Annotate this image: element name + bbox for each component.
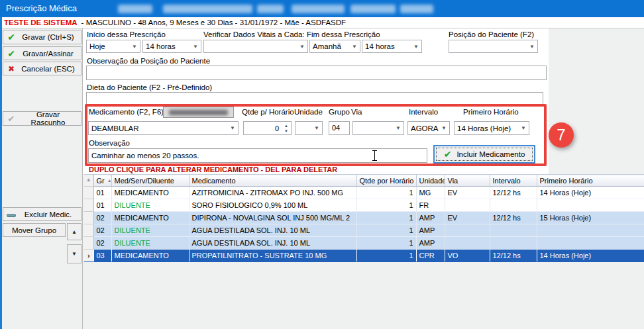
vitais-combobox[interactable]: ▼	[203, 40, 308, 53]
chevron-down-icon: ▼	[527, 44, 537, 50]
gravar-rascunho-button[interactable]: ✔ Gravar Rascunho	[3, 111, 81, 126]
window-left-border	[0, 17, 2, 329]
gravar-button[interactable]: ✔ Gravar (Ctrl+S)	[3, 30, 81, 44]
table-row[interactable]: 02 DILUENTE AGUA DESTILADA SOL. INJ. 10 …	[84, 237, 644, 250]
sort-asc-icon: ▲	[107, 178, 111, 183]
chevron-down-icon: ▼	[439, 125, 449, 131]
grupo-input[interactable]: 04	[329, 121, 350, 135]
via-label: Via	[351, 108, 362, 116]
up-arrow-icon: ▲	[72, 229, 77, 235]
window-title: Prescrição Médica	[6, 3, 77, 13]
patient-name: TESTE DE SISTEMA	[4, 19, 78, 26]
medicamento-combobox[interactable]: DEAMBULAR▼	[88, 121, 239, 135]
col-header-qtde[interactable]: Qtde por Horário	[356, 175, 416, 187]
chevron-down-icon: ▼	[227, 125, 238, 131]
intervalo-combobox[interactable]: AGORA▼	[407, 121, 450, 135]
selected-row-indicator: ›	[84, 250, 93, 262]
medicamento-label: Medicamento (F2, F6)	[89, 108, 164, 116]
excluir-medicamento-button[interactable]: Excluir Medic.	[3, 207, 81, 221]
row-indicator-header: ✳	[84, 175, 93, 187]
check-icon: ✔	[444, 149, 452, 160]
fim-time-combobox[interactable]: 14 horas▼	[362, 40, 422, 53]
table-row[interactable]: 02 MEDICAMENTO DIPIRONA - NOVALGINA SOL …	[84, 212, 644, 224]
primeiro-horario-label: Primeiro Horário	[463, 108, 519, 116]
vitais-label: Verificar Dados Vitais a Cada:	[203, 30, 305, 38]
chevron-down-icon: ▼	[518, 125, 529, 131]
medication-grid: ✳ Gr▲ Med/Serv/Diluente Medicamento Qtde…	[84, 174, 644, 262]
chevron-down-icon: ▼	[349, 44, 360, 50]
spinner-arrows-icon[interactable]: ▲▼	[282, 124, 291, 133]
chevron-down-icon: ▼	[393, 125, 403, 131]
via-combobox[interactable]: ▼	[352, 121, 404, 135]
annotation-badge-7: 7	[549, 122, 574, 148]
primeiro-horario-combobox[interactable]: 14 Horas (Hoje)▼	[454, 121, 529, 135]
obs-posicao-label: Observação da Posição do Paciente	[87, 57, 210, 65]
cancelar-label: Cancelar (ESC)	[19, 65, 81, 73]
col-header-primeiro[interactable]: Primeiro Horário	[537, 175, 644, 187]
title-bar: Prescrição Médica	[0, 0, 644, 17]
incluir-label: Incluir Medicamento	[456, 150, 525, 158]
patient-details: - MASCULINO - 48 Anos, 9 Meses e 30 Dias…	[81, 19, 346, 26]
inicio-time-combobox[interactable]: 14 horas▼	[142, 40, 201, 53]
fim-label: Fim dessa Prescrição	[307, 30, 380, 38]
obs-posicao-input[interactable]	[86, 66, 547, 80]
table-row[interactable]: 01 DILUENTE SORO FISIOLOGICO 0,9% 100 ML…	[84, 199, 644, 212]
col-header-tipo[interactable]: Med/Serv/Diluente	[111, 175, 189, 187]
redacted-text	[292, 5, 345, 13]
down-arrow-icon: ▼	[72, 251, 77, 257]
chevron-down-icon: ▼	[297, 44, 307, 50]
mover-grupo-label: Mover Grupo	[3, 226, 65, 234]
patient-header: TESTE DE SISTEMA - MASCULINO - 48 Anos, …	[0, 17, 644, 28]
redacted-text	[257, 5, 284, 13]
col-header-intervalo[interactable]: Intervalo	[490, 175, 537, 187]
prescription-window: Prescrição Médica TESTE DE SISTEMA - MAS…	[0, 0, 644, 329]
unidade-label: Unidade	[294, 108, 323, 116]
chevron-down-icon: ▼	[311, 125, 322, 131]
grid-header-row: ✳ Gr▲ Med/Serv/Diluente Medicamento Qtde…	[84, 175, 644, 187]
incluir-medicamento-button[interactable]: ✔ Incluir Medicamento	[434, 146, 535, 163]
gravar-assinar-label: Gravar/Assinar	[19, 50, 81, 58]
gravar-assinar-button[interactable]: ✔ Gravar/Assinar	[3, 46, 81, 60]
redacted-button[interactable]	[163, 107, 234, 118]
check-icon: ✔	[3, 32, 19, 42]
dieta-label: Dieta do Paciente (F2 - Pré-Definido)	[87, 83, 212, 91]
table-row[interactable]: 01 MEDICAMENTO AZITROMICINA - ZITROMAX P…	[84, 187, 644, 199]
x-icon: ✖	[3, 64, 19, 73]
chevron-down-icon: ▼	[411, 44, 421, 50]
redacted-text	[400, 5, 433, 13]
chevron-down-icon: ▼	[129, 44, 140, 50]
intervalo-label: Intervalo	[409, 108, 438, 116]
qtde-label: Qtde p/ Horário	[242, 108, 294, 116]
grupo-label: Grupo	[329, 108, 350, 116]
gravar-label: Gravar (Ctrl+S)	[19, 33, 81, 41]
posicao-combobox[interactable]: ▼	[449, 40, 538, 53]
inicio-date-combobox[interactable]: Hoje▼	[86, 40, 140, 53]
redacted-text	[118, 5, 152, 13]
col-header-gr[interactable]: Gr▲	[93, 175, 111, 187]
col-header-medicamento[interactable]: Medicamento	[189, 175, 356, 187]
cancelar-button[interactable]: ✖ Cancelar (ESC)	[3, 62, 81, 75]
check-icon: ✔	[3, 48, 19, 59]
table-row[interactable]: 02 DILUENTE AGUA DESTILADA SOL. INJ. 10 …	[84, 224, 644, 237]
grid-caption: DUPLO CLIQUE PARA ALTERAR MEDICAMENTO - …	[89, 165, 337, 173]
move-up-button[interactable]: ▲	[67, 223, 81, 240]
col-header-via[interactable]: Via	[445, 175, 490, 187]
check-icon-disabled: ✔	[3, 114, 19, 124]
move-down-button[interactable]: ▼	[67, 244, 81, 263]
text-cursor	[372, 150, 377, 161]
mover-grupo-button[interactable]: Mover Grupo	[3, 223, 66, 237]
redacted-text	[163, 5, 252, 13]
qtde-stepper[interactable]: 0 ▲▼	[243, 121, 292, 135]
table-row-selected[interactable]: › 03 MEDICAMENTO PROPATILNITRATO - SUSTR…	[84, 250, 644, 262]
unidade-combobox[interactable]: ▼	[295, 121, 323, 135]
inicio-label: Início dessa Prescrição	[87, 30, 166, 38]
excluir-label: Excluir Medic.	[19, 211, 81, 218]
sidebar-divider	[82, 28, 83, 329]
redacted-text	[350, 5, 396, 13]
fim-date-combobox[interactable]: Amanhã▼	[309, 40, 360, 53]
chevron-down-icon: ▼	[190, 44, 201, 50]
observacao-label: Observação	[89, 139, 130, 147]
col-header-unidade[interactable]: Unidade	[416, 175, 445, 187]
minus-icon	[3, 211, 19, 218]
gravar-rascunho-label: Gravar Rascunho	[19, 111, 81, 126]
